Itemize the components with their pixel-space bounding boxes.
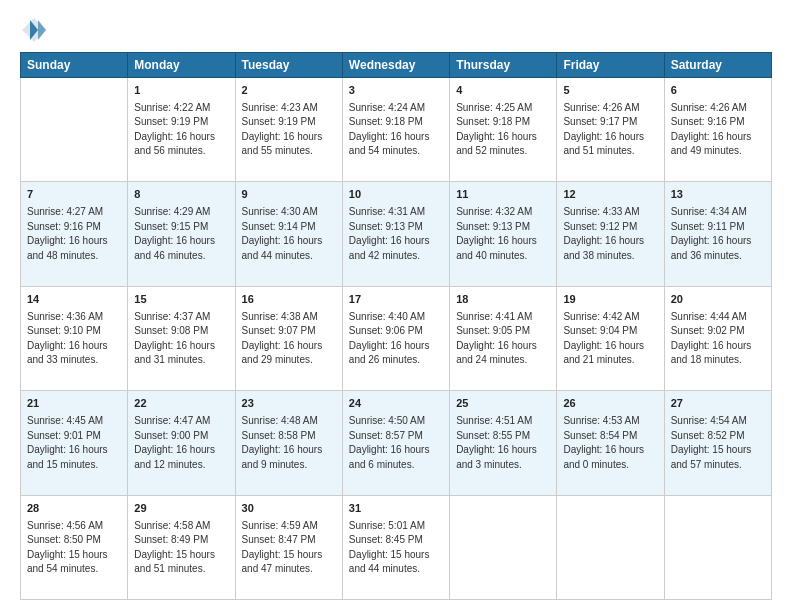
cell-line: and 56 minutes. xyxy=(134,144,228,159)
cell-line: Sunrise: 4:44 AM xyxy=(671,310,765,325)
cell-line: Daylight: 16 hours xyxy=(242,234,336,249)
cell-line: Sunrise: 4:50 AM xyxy=(349,414,443,429)
cell-w4-d2: 22Sunrise: 4:47 AMSunset: 9:00 PMDayligh… xyxy=(128,391,235,495)
cell-w3-d5: 18Sunrise: 4:41 AMSunset: 9:05 PMDayligh… xyxy=(450,286,557,390)
cell-w2-d5: 11Sunrise: 4:32 AMSunset: 9:13 PMDayligh… xyxy=(450,182,557,286)
cell-line: and 9 minutes. xyxy=(242,458,336,473)
day-number: 7 xyxy=(27,187,121,203)
day-number: 6 xyxy=(671,83,765,99)
cell-line: Sunset: 8:58 PM xyxy=(242,429,336,444)
cell-line: and 40 minutes. xyxy=(456,249,550,264)
cell-line: and 49 minutes. xyxy=(671,144,765,159)
cell-w1-d4: 3Sunrise: 4:24 AMSunset: 9:18 PMDaylight… xyxy=(342,78,449,182)
day-number: 12 xyxy=(563,187,657,203)
cell-line: Sunset: 9:14 PM xyxy=(242,220,336,235)
cell-line: Daylight: 16 hours xyxy=(563,234,657,249)
cell-line: Sunrise: 4:37 AM xyxy=(134,310,228,325)
cell-line: Sunset: 9:12 PM xyxy=(563,220,657,235)
col-header-monday: Monday xyxy=(128,53,235,78)
day-number: 20 xyxy=(671,292,765,308)
cell-line: and 38 minutes. xyxy=(563,249,657,264)
cell-line: Daylight: 16 hours xyxy=(563,339,657,354)
header xyxy=(20,16,772,44)
week-row-2: 7Sunrise: 4:27 AMSunset: 9:16 PMDaylight… xyxy=(21,182,772,286)
cell-w4-d4: 24Sunrise: 4:50 AMSunset: 8:57 PMDayligh… xyxy=(342,391,449,495)
cell-line: Sunset: 9:19 PM xyxy=(134,115,228,130)
logo-icon xyxy=(20,16,48,44)
cell-line: and 3 minutes. xyxy=(456,458,550,473)
cell-w2-d7: 13Sunrise: 4:34 AMSunset: 9:11 PMDayligh… xyxy=(664,182,771,286)
cell-w1-d7: 6Sunrise: 4:26 AMSunset: 9:16 PMDaylight… xyxy=(664,78,771,182)
cell-line: Sunset: 9:16 PM xyxy=(671,115,765,130)
cell-line: and 44 minutes. xyxy=(242,249,336,264)
cell-line: Daylight: 16 hours xyxy=(671,130,765,145)
cell-w3-d1: 14Sunrise: 4:36 AMSunset: 9:10 PMDayligh… xyxy=(21,286,128,390)
week-row-4: 21Sunrise: 4:45 AMSunset: 9:01 PMDayligh… xyxy=(21,391,772,495)
cell-line: and 12 minutes. xyxy=(134,458,228,473)
cell-line: Sunset: 9:11 PM xyxy=(671,220,765,235)
cell-line: Sunset: 9:16 PM xyxy=(27,220,121,235)
cell-line: Daylight: 16 hours xyxy=(242,443,336,458)
cell-line: Sunset: 9:17 PM xyxy=(563,115,657,130)
calendar-table: SundayMondayTuesdayWednesdayThursdayFrid… xyxy=(20,52,772,600)
day-number: 3 xyxy=(349,83,443,99)
cell-w1-d2: 1Sunrise: 4:22 AMSunset: 9:19 PMDaylight… xyxy=(128,78,235,182)
cell-line: and 55 minutes. xyxy=(242,144,336,159)
cell-line: and 15 minutes. xyxy=(27,458,121,473)
cell-line: Daylight: 15 hours xyxy=(27,548,121,563)
day-number: 15 xyxy=(134,292,228,308)
cell-line: Daylight: 16 hours xyxy=(134,234,228,249)
cell-w1-d6: 5Sunrise: 4:26 AMSunset: 9:17 PMDaylight… xyxy=(557,78,664,182)
cell-line: Daylight: 16 hours xyxy=(349,130,443,145)
cell-line: Daylight: 16 hours xyxy=(349,234,443,249)
day-number: 22 xyxy=(134,396,228,412)
day-number: 30 xyxy=(242,501,336,517)
cell-line: Sunrise: 4:29 AM xyxy=(134,205,228,220)
cell-line: Sunrise: 4:41 AM xyxy=(456,310,550,325)
cell-w4-d5: 25Sunrise: 4:51 AMSunset: 8:55 PMDayligh… xyxy=(450,391,557,495)
cell-w5-d2: 29Sunrise: 4:58 AMSunset: 8:49 PMDayligh… xyxy=(128,495,235,599)
cell-line: Sunrise: 4:33 AM xyxy=(563,205,657,220)
day-number: 27 xyxy=(671,396,765,412)
cell-line: Daylight: 16 hours xyxy=(456,130,550,145)
cell-line: Sunset: 9:10 PM xyxy=(27,324,121,339)
cell-line: Sunset: 9:18 PM xyxy=(349,115,443,130)
cell-line: Sunrise: 4:42 AM xyxy=(563,310,657,325)
cell-line: and 51 minutes. xyxy=(134,562,228,577)
cell-line: Sunset: 9:06 PM xyxy=(349,324,443,339)
cell-line: Daylight: 16 hours xyxy=(349,443,443,458)
cell-line: Sunrise: 4:24 AM xyxy=(349,101,443,116)
cell-line: Sunset: 8:55 PM xyxy=(456,429,550,444)
day-number: 2 xyxy=(242,83,336,99)
cell-line: and 54 minutes. xyxy=(349,144,443,159)
cell-line: Sunrise: 4:32 AM xyxy=(456,205,550,220)
day-number: 11 xyxy=(456,187,550,203)
day-number: 19 xyxy=(563,292,657,308)
cell-w5-d3: 30Sunrise: 4:59 AMSunset: 8:47 PMDayligh… xyxy=(235,495,342,599)
cell-line: Daylight: 16 hours xyxy=(27,234,121,249)
cell-line: Sunset: 9:13 PM xyxy=(349,220,443,235)
cell-w4-d7: 27Sunrise: 4:54 AMSunset: 8:52 PMDayligh… xyxy=(664,391,771,495)
col-header-saturday: Saturday xyxy=(664,53,771,78)
cell-w5-d4: 31Sunrise: 5:01 AMSunset: 8:45 PMDayligh… xyxy=(342,495,449,599)
cell-line: Daylight: 16 hours xyxy=(134,130,228,145)
cell-line: and 0 minutes. xyxy=(563,458,657,473)
day-number: 28 xyxy=(27,501,121,517)
cell-w2-d6: 12Sunrise: 4:33 AMSunset: 9:12 PMDayligh… xyxy=(557,182,664,286)
cell-w1-d1 xyxy=(21,78,128,182)
cell-line: Sunset: 9:13 PM xyxy=(456,220,550,235)
cell-w5-d1: 28Sunrise: 4:56 AMSunset: 8:50 PMDayligh… xyxy=(21,495,128,599)
day-number: 24 xyxy=(349,396,443,412)
day-number: 31 xyxy=(349,501,443,517)
col-header-friday: Friday xyxy=(557,53,664,78)
cell-line: and 54 minutes. xyxy=(27,562,121,577)
col-header-sunday: Sunday xyxy=(21,53,128,78)
day-number: 26 xyxy=(563,396,657,412)
cell-line: and 33 minutes. xyxy=(27,353,121,368)
cell-w2-d1: 7Sunrise: 4:27 AMSunset: 9:16 PMDaylight… xyxy=(21,182,128,286)
col-header-wednesday: Wednesday xyxy=(342,53,449,78)
day-number: 23 xyxy=(242,396,336,412)
cell-line: and 57 minutes. xyxy=(671,458,765,473)
day-number: 21 xyxy=(27,396,121,412)
cell-line: Sunset: 8:50 PM xyxy=(27,533,121,548)
